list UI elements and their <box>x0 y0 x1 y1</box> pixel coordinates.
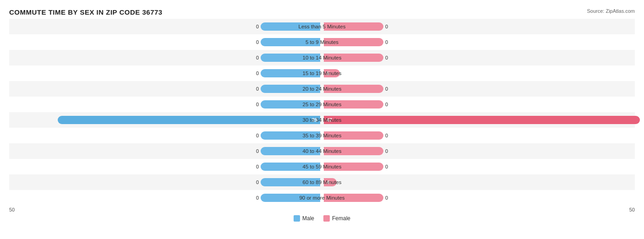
male-bar <box>261 54 320 62</box>
female-value: 0 <box>385 24 388 29</box>
female-value: 0 <box>385 55 388 60</box>
legend-female: Female <box>323 215 350 222</box>
legend-male-label: Male <box>302 215 314 222</box>
female-bar <box>324 131 383 140</box>
female-value: 0 <box>385 102 388 107</box>
male-bar <box>58 116 320 124</box>
female-value: 0 <box>385 148 388 154</box>
row-left: 0 <box>9 81 322 97</box>
female-bar <box>324 147 383 155</box>
female-value: 0 <box>385 39 388 45</box>
legend-female-label: Female <box>332 215 350 222</box>
row-right: 5 <box>322 65 635 81</box>
chart-container: COMMUTE TIME BY SEX IN ZIP CODE 36773 So… <box>0 0 644 239</box>
male-bar <box>261 178 320 186</box>
chart-row: 0 Less than 5 Minutes 0 <box>9 19 635 34</box>
row-right: 0 <box>322 19 635 34</box>
female-value: 4 <box>327 179 329 185</box>
row-right: 47 <box>322 112 635 128</box>
chart-row: 0 15 to 19 Minutes 5 <box>9 65 635 81</box>
female-value: 0 <box>385 86 388 92</box>
male-bar <box>261 22 320 31</box>
row-right: 0 <box>322 50 635 65</box>
female-bar <box>324 194 383 202</box>
male-bar <box>261 163 320 171</box>
male-bar <box>261 131 320 140</box>
legend: Male Female <box>9 215 635 222</box>
male-bar <box>261 100 320 109</box>
chart-row: 0 10 to 14 Minutes 0 <box>9 50 635 65</box>
row-right: 0 <box>322 143 635 159</box>
female-value: 47 <box>327 117 332 123</box>
male-value: 0 <box>256 148 259 154</box>
axis-left: 50 <box>9 207 15 212</box>
row-right: 0 <box>322 81 635 97</box>
axis-right: 50 <box>629 207 635 212</box>
chart-row: 0 5 to 9 Minutes 0 <box>9 34 635 50</box>
source-label: Source: ZipAtlas.com <box>587 8 635 14</box>
male-value: 0 <box>256 24 259 29</box>
female-bar <box>324 22 383 31</box>
female-value: 0 <box>385 195 388 201</box>
male-value: 0 <box>256 133 259 138</box>
row-left: 0 <box>9 65 322 81</box>
chart-row: 0 45 to 59 Minutes 0 <box>9 159 635 174</box>
male-value: 39 <box>312 117 317 123</box>
row-right: 0 <box>322 159 635 174</box>
row-left: 0 <box>9 97 322 112</box>
female-bar <box>324 163 383 171</box>
male-value: 0 <box>256 55 259 60</box>
female-bar <box>324 38 383 46</box>
row-right: 0 <box>322 97 635 112</box>
male-value: 0 <box>256 71 259 76</box>
row-left: 0 <box>9 190 322 206</box>
male-value: 0 <box>256 164 259 169</box>
female-bar: 47 <box>324 116 640 124</box>
female-bar: 4 <box>324 178 337 186</box>
row-right: 0 <box>322 128 635 143</box>
legend-male-box <box>294 215 300 222</box>
row-right: 4 <box>322 174 635 190</box>
row-left: 0 <box>9 19 322 34</box>
female-value: 5 <box>327 71 329 76</box>
male-value: 0 <box>256 39 259 45</box>
male-bar <box>261 85 320 93</box>
row-left: 0 <box>9 128 322 143</box>
male-value: 0 <box>256 86 259 92</box>
chart-title: COMMUTE TIME BY SEX IN ZIP CODE 36773 <box>9 8 635 16</box>
row-left: 39 <box>9 112 322 128</box>
chart-row: 0 90 or more Minutes 0 <box>9 190 635 206</box>
chart-row: 0 60 to 89 Minutes 4 <box>9 174 635 190</box>
male-value: 0 <box>256 195 259 201</box>
chart-row: 0 35 to 39 Minutes 0 <box>9 128 635 143</box>
female-value: 0 <box>385 133 388 138</box>
chart-area: 0 Less than 5 Minutes 0 0 5 to 9 Minutes <box>9 19 635 206</box>
row-left: 0 <box>9 50 322 65</box>
male-value: 0 <box>256 102 259 107</box>
axis-labels: 50 50 <box>9 206 635 213</box>
male-value: 0 <box>256 179 259 185</box>
row-left: 0 <box>9 174 322 190</box>
legend-male: Male <box>294 215 314 222</box>
row-left: 0 <box>9 159 322 174</box>
female-bar <box>324 85 383 93</box>
chart-row: 39 30 to 34 Minutes 47 <box>9 112 635 128</box>
row-left: 0 <box>9 34 322 50</box>
chart-row: 0 40 to 44 Minutes 0 <box>9 143 635 159</box>
chart-row: 0 25 to 29 Minutes 0 <box>9 97 635 112</box>
row-right: 0 <box>322 34 635 50</box>
row-left: 0 <box>9 143 322 159</box>
male-bar <box>261 38 320 46</box>
female-bar: 5 <box>324 69 340 77</box>
male-bar <box>261 194 320 202</box>
row-right: 0 <box>322 190 635 206</box>
legend-female-box <box>323 215 330 222</box>
female-value: 0 <box>385 164 388 169</box>
male-bar <box>261 147 320 155</box>
female-bar <box>324 100 383 109</box>
female-bar <box>324 54 383 62</box>
chart-row: 0 20 to 24 Minutes 0 <box>9 81 635 97</box>
male-bar <box>261 69 320 77</box>
